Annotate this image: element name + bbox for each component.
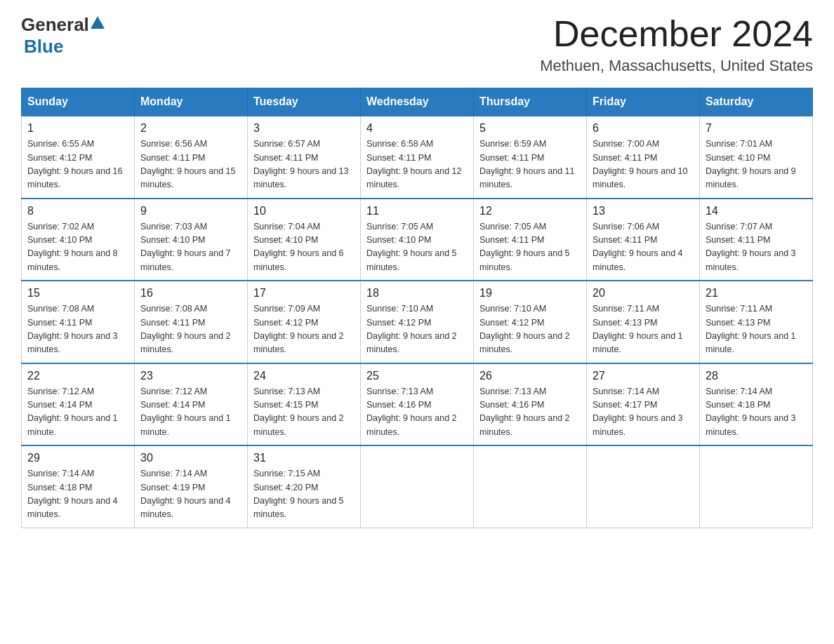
col-header-friday: Friday [587, 88, 700, 116]
day-info: Sunrise: 7:10 AMSunset: 4:12 PMDaylight:… [366, 304, 457, 354]
logo: General Blue [21, 14, 105, 58]
day-number: 23 [140, 370, 241, 382]
header-row: SundayMondayTuesdayWednesdayThursdayFrid… [22, 88, 813, 116]
calendar-cell: 4Sunrise: 6:58 AMSunset: 4:11 PMDaylight… [361, 116, 474, 199]
calendar-cell [700, 445, 813, 528]
calendar-cell: 16Sunrise: 7:08 AMSunset: 4:11 PMDayligh… [135, 281, 248, 363]
day-number: 25 [366, 370, 468, 382]
calendar-cell: 2Sunrise: 6:56 AMSunset: 4:11 PMDaylight… [135, 116, 248, 199]
day-info: Sunrise: 7:12 AMSunset: 4:14 PMDaylight:… [140, 387, 231, 437]
calendar-cell: 1Sunrise: 6:55 AMSunset: 4:12 PMDaylight… [22, 116, 135, 199]
calendar-cell: 8Sunrise: 7:02 AMSunset: 4:10 PMDaylight… [22, 199, 135, 281]
month-title: December 2024 [540, 14, 813, 54]
calendar-cell: 31Sunrise: 7:15 AMSunset: 4:20 PMDayligh… [248, 445, 361, 528]
calendar-cell: 29Sunrise: 7:14 AMSunset: 4:18 PMDayligh… [22, 445, 135, 528]
col-header-saturday: Saturday [700, 88, 813, 116]
col-header-sunday: Sunday [22, 88, 135, 116]
logo-general-text: General [21, 14, 89, 36]
calendar-cell: 17Sunrise: 7:09 AMSunset: 4:12 PMDayligh… [248, 281, 361, 363]
day-number: 6 [593, 122, 694, 135]
page-header: General Blue December 2024 Methuen, Mass… [21, 14, 813, 75]
day-info: Sunrise: 7:00 AMSunset: 4:11 PMDaylight:… [593, 139, 688, 189]
day-number: 1 [27, 122, 128, 135]
day-info: Sunrise: 7:10 AMSunset: 4:12 PMDaylight:… [479, 304, 570, 354]
calendar-cell [587, 445, 700, 528]
day-info: Sunrise: 7:14 AMSunset: 4:18 PMDaylight:… [27, 469, 118, 519]
day-number: 14 [706, 205, 807, 217]
calendar-cell: 24Sunrise: 7:13 AMSunset: 4:15 PMDayligh… [248, 363, 361, 446]
col-header-tuesday: Tuesday [248, 88, 361, 116]
location-title: Methuen, Massachusetts, United States [540, 57, 813, 75]
day-number: 8 [27, 205, 128, 217]
day-info: Sunrise: 7:04 AMSunset: 4:10 PMDaylight:… [253, 222, 344, 272]
day-number: 19 [479, 287, 581, 300]
day-number: 21 [706, 287, 807, 300]
calendar-cell: 3Sunrise: 6:57 AMSunset: 4:11 PMDaylight… [248, 116, 361, 199]
day-number: 3 [253, 122, 355, 135]
day-number: 18 [366, 287, 468, 300]
day-info: Sunrise: 6:59 AMSunset: 4:11 PMDaylight:… [479, 139, 575, 189]
day-info: Sunrise: 7:11 AMSunset: 4:13 PMDaylight:… [706, 304, 796, 354]
day-info: Sunrise: 6:56 AMSunset: 4:11 PMDaylight:… [140, 139, 236, 189]
calendar-cell: 19Sunrise: 7:10 AMSunset: 4:12 PMDayligh… [474, 281, 587, 363]
col-header-wednesday: Wednesday [361, 88, 474, 116]
day-info: Sunrise: 7:13 AMSunset: 4:16 PMDaylight:… [366, 387, 457, 437]
day-number: 16 [140, 287, 241, 300]
day-info: Sunrise: 7:08 AMSunset: 4:11 PMDaylight:… [27, 304, 118, 354]
calendar-cell: 21Sunrise: 7:11 AMSunset: 4:13 PMDayligh… [700, 281, 813, 363]
week-row-1: 1Sunrise: 6:55 AMSunset: 4:12 PMDaylight… [22, 116, 813, 199]
calendar-cell: 14Sunrise: 7:07 AMSunset: 4:11 PMDayligh… [700, 199, 813, 281]
day-info: Sunrise: 7:09 AMSunset: 4:12 PMDaylight:… [253, 304, 344, 354]
day-number: 12 [479, 205, 581, 217]
day-info: Sunrise: 7:13 AMSunset: 4:15 PMDaylight:… [253, 387, 344, 437]
day-info: Sunrise: 7:06 AMSunset: 4:11 PMDaylight:… [593, 222, 683, 272]
calendar-cell: 25Sunrise: 7:13 AMSunset: 4:16 PMDayligh… [361, 363, 474, 446]
calendar-cell: 22Sunrise: 7:12 AMSunset: 4:14 PMDayligh… [22, 363, 135, 446]
week-row-3: 15Sunrise: 7:08 AMSunset: 4:11 PMDayligh… [22, 281, 813, 363]
day-number: 29 [27, 452, 128, 464]
day-number: 15 [27, 287, 128, 300]
day-info: Sunrise: 7:08 AMSunset: 4:11 PMDaylight:… [140, 304, 231, 354]
day-number: 20 [593, 287, 694, 300]
calendar-cell: 13Sunrise: 7:06 AMSunset: 4:11 PMDayligh… [587, 199, 700, 281]
day-number: 4 [366, 122, 468, 135]
day-number: 10 [253, 205, 355, 217]
day-number: 31 [253, 452, 355, 464]
day-number: 17 [253, 287, 355, 300]
calendar-cell [361, 445, 474, 528]
day-number: 28 [706, 370, 807, 382]
calendar-cell: 27Sunrise: 7:14 AMSunset: 4:17 PMDayligh… [587, 363, 700, 446]
day-info: Sunrise: 6:58 AMSunset: 4:11 PMDaylight:… [366, 139, 462, 189]
title-section: December 2024 Methuen, Massachusetts, Un… [540, 14, 813, 75]
day-info: Sunrise: 7:01 AMSunset: 4:10 PMDaylight:… [706, 139, 796, 189]
calendar-cell: 23Sunrise: 7:12 AMSunset: 4:14 PMDayligh… [135, 363, 248, 446]
calendar-cell: 11Sunrise: 7:05 AMSunset: 4:10 PMDayligh… [361, 199, 474, 281]
calendar-cell: 10Sunrise: 7:04 AMSunset: 4:10 PMDayligh… [248, 199, 361, 281]
calendar-cell: 28Sunrise: 7:14 AMSunset: 4:18 PMDayligh… [700, 363, 813, 446]
day-info: Sunrise: 7:03 AMSunset: 4:10 PMDaylight:… [140, 222, 231, 272]
calendar-table: SundayMondayTuesdayWednesdayThursdayFrid… [21, 88, 813, 528]
calendar-cell: 20Sunrise: 7:11 AMSunset: 4:13 PMDayligh… [587, 281, 700, 363]
day-number: 9 [140, 205, 241, 217]
day-number: 2 [140, 122, 241, 135]
day-info: Sunrise: 7:05 AMSunset: 4:11 PMDaylight:… [479, 222, 570, 272]
day-info: Sunrise: 7:02 AMSunset: 4:10 PMDaylight:… [27, 222, 118, 272]
day-number: 27 [593, 370, 694, 382]
col-header-thursday: Thursday [474, 88, 587, 116]
day-info: Sunrise: 7:05 AMSunset: 4:10 PMDaylight:… [366, 222, 457, 272]
day-info: Sunrise: 7:13 AMSunset: 4:16 PMDaylight:… [479, 387, 570, 437]
calendar-cell: 18Sunrise: 7:10 AMSunset: 4:12 PMDayligh… [361, 281, 474, 363]
calendar-cell: 9Sunrise: 7:03 AMSunset: 4:10 PMDaylight… [135, 199, 248, 281]
day-number: 26 [479, 370, 581, 382]
week-row-4: 22Sunrise: 7:12 AMSunset: 4:14 PMDayligh… [22, 363, 813, 446]
calendar-cell: 15Sunrise: 7:08 AMSunset: 4:11 PMDayligh… [22, 281, 135, 363]
calendar-cell: 12Sunrise: 7:05 AMSunset: 4:11 PMDayligh… [474, 199, 587, 281]
calendar-cell: 5Sunrise: 6:59 AMSunset: 4:11 PMDaylight… [474, 116, 587, 199]
week-row-2: 8Sunrise: 7:02 AMSunset: 4:10 PMDaylight… [22, 199, 813, 281]
week-row-5: 29Sunrise: 7:14 AMSunset: 4:18 PMDayligh… [22, 445, 813, 528]
logo-blue-text: Blue [24, 36, 63, 57]
day-info: Sunrise: 6:55 AMSunset: 4:12 PMDaylight:… [27, 139, 123, 189]
calendar-cell: 26Sunrise: 7:13 AMSunset: 4:16 PMDayligh… [474, 363, 587, 446]
day-info: Sunrise: 6:57 AMSunset: 4:11 PMDaylight:… [253, 139, 349, 189]
day-number: 5 [479, 122, 581, 135]
